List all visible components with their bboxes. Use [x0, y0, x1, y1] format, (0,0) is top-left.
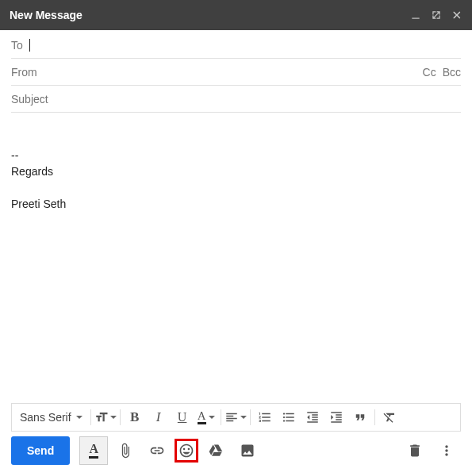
discard-draft-button[interactable]	[401, 436, 429, 465]
attach-file-button[interactable]	[111, 436, 140, 465]
link-icon	[149, 443, 165, 459]
divider	[250, 409, 251, 425]
cc-bcc-toggle: Cc Bcc	[423, 66, 461, 79]
bcc-button[interactable]: Bcc	[443, 66, 461, 79]
caret-down-icon	[240, 416, 247, 419]
text-color-button[interactable]: A	[195, 406, 217, 428]
compose-title: New Message	[10, 9, 410, 21]
caret-down-icon	[209, 416, 215, 419]
formatting-toggle-button[interactable]: A	[79, 436, 108, 465]
send-button[interactable]: Send	[11, 436, 70, 465]
bold-button[interactable]: B	[124, 406, 146, 428]
insert-emoji-button[interactable]	[175, 439, 198, 463]
insert-photo-button[interactable]	[233, 436, 262, 465]
quote-button[interactable]	[349, 406, 371, 428]
svg-rect-0	[412, 18, 419, 19]
remove-format-button[interactable]	[378, 406, 401, 428]
insert-drive-button[interactable]	[201, 436, 230, 465]
divider	[374, 409, 375, 425]
expand-icon[interactable]	[431, 10, 442, 21]
insert-link-button[interactable]	[143, 436, 171, 465]
window-controls	[410, 10, 462, 21]
signature-regards: Regards	[11, 163, 461, 179]
font-family-label: Sans Serif	[20, 411, 71, 424]
compose-fields: To From Cc Bcc	[0, 30, 472, 113]
underline-button[interactable]: U	[171, 406, 194, 428]
to-label: To	[11, 39, 23, 52]
indent-more-button[interactable]	[325, 406, 347, 428]
to-input[interactable]	[30, 39, 461, 52]
emoji-icon	[178, 443, 194, 459]
more-options-button[interactable]	[432, 436, 461, 465]
caret-down-icon	[110, 416, 117, 419]
caret-down-icon	[76, 416, 83, 419]
trash-icon	[407, 443, 423, 459]
text-format-icon: A	[89, 443, 98, 459]
from-label: From	[11, 66, 37, 79]
align-button[interactable]	[224, 406, 247, 428]
paperclip-icon	[117, 443, 133, 459]
divider	[120, 409, 121, 425]
compose-header: New Message	[0, 0, 472, 30]
font-size-button[interactable]	[94, 406, 117, 428]
subject-row[interactable]	[11, 86, 461, 113]
drive-icon	[208, 443, 224, 459]
to-row[interactable]: To	[11, 32, 461, 59]
more-vert-icon	[439, 443, 455, 459]
numbered-list-button[interactable]	[254, 406, 276, 428]
close-icon[interactable]	[451, 10, 462, 21]
subject-input[interactable]	[11, 93, 461, 106]
cc-button[interactable]: Cc	[423, 66, 436, 79]
signature-name: Preeti Seth	[11, 196, 461, 212]
divider	[221, 409, 221, 425]
signature-separator: --	[11, 148, 461, 163]
divider	[90, 409, 91, 425]
indent-less-button[interactable]	[301, 406, 324, 428]
from-row[interactable]: From Cc Bcc	[11, 59, 461, 86]
format-toolbar: Sans Serif B I U A	[11, 403, 461, 432]
message-body[interactable]: -- Regards Preeti Seth	[0, 113, 472, 403]
font-family-select[interactable]: Sans Serif	[15, 411, 87, 424]
bottom-bar: Send A	[0, 436, 472, 476]
minimize-icon[interactable]	[410, 10, 421, 21]
image-icon	[240, 443, 255, 459]
bullet-list-button[interactable]	[278, 406, 300, 428]
signature-block: -- Regards Preeti Seth	[11, 148, 461, 212]
italic-button[interactable]: I	[148, 406, 170, 428]
